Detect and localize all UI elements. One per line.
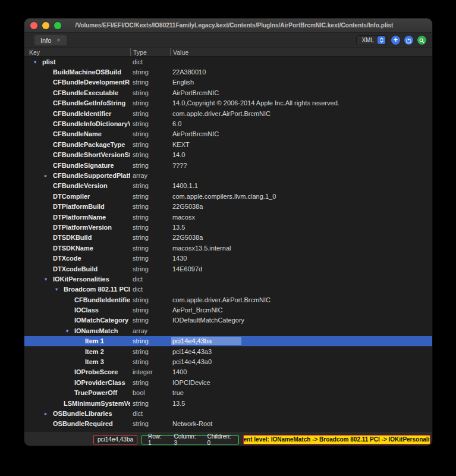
table-row[interactable]: CFBundleIdentifierstringcom.apple.driver… <box>24 295 432 305</box>
row-key: CFBundlePackageType <box>53 141 125 148</box>
row-value-text: 1430 <box>171 255 188 262</box>
plist-editor-window: /Volumes/EFI/EFI/OC/Kexts/IO80211FamilyL… <box>24 18 433 446</box>
table-row[interactable]: IOProviderClassstringIOPCIDevice <box>24 377 432 387</box>
row-value-text: AirPort_BrcmNIC <box>171 306 224 314</box>
row-key: CFBundleShortVersionString <box>53 151 130 158</box>
table-row[interactable]: DTSDKBuildstring22G5038a <box>24 233 432 243</box>
row-key: DTCompiler <box>53 193 90 200</box>
row-key: DTPlatformName <box>53 214 106 221</box>
row-value-text: macosx13.5.internal <box>171 245 232 252</box>
table-row[interactable]: CFBundleNamestringAirPortBrcmNIC <box>24 129 432 139</box>
close-window-button[interactable] <box>30 22 37 29</box>
disclosure-open-icon[interactable]: ▾ <box>45 276 53 282</box>
table-row[interactable]: CFBundleGetInfoStringstring14.0,Copyrigh… <box>24 98 432 108</box>
table-row[interactable]: ▾IONameMatcharray <box>24 325 432 336</box>
row-value-text: true <box>171 389 185 396</box>
table-row[interactable]: ▾Broadcom 802.11 PCIdict <box>24 284 432 295</box>
row-type: string <box>130 234 170 241</box>
disclosure-open-icon[interactable]: ▾ <box>66 328 74 334</box>
row-type: string <box>130 120 170 127</box>
table-row[interactable]: CFBundleExecutablestringAirPortBrcmNIC <box>24 87 432 98</box>
table-row[interactable]: BuildMachineOSBuildstring22A380010 <box>24 67 432 77</box>
table-row[interactable]: DTPlatformNamestringmacosx <box>24 212 432 222</box>
column-header-value[interactable]: Value <box>170 48 432 56</box>
table-row[interactable]: IOProbeScoreinteger1400 <box>24 367 432 377</box>
table-row[interactable]: ▸OSBundleLibrariesdict <box>24 408 432 418</box>
row-value: AirPortBrcmNIC <box>170 89 432 96</box>
row-key: CFBundleSupportedPlatforms <box>53 172 130 179</box>
row-value-text: 14.0,Copyright © 2006-2014 Apple Inc.All… <box>171 99 341 107</box>
toolbar: XML + <box>356 35 426 45</box>
table-row[interactable]: CFBundleShortVersionStringstring14.0 <box>24 150 432 160</box>
table-row[interactable]: CFBundleInfoDictionaryVersionstring6.0 <box>24 118 432 129</box>
tab-close-icon[interactable]: × <box>56 37 60 43</box>
row-value: com.apple.compilers.llvm.clang.1_0 <box>170 193 432 200</box>
row-value: macosx13.5.internal <box>170 245 432 252</box>
table-row[interactable]: TruePowerOffbooltrue <box>24 388 432 398</box>
row-type: array <box>130 172 170 179</box>
table-row[interactable]: DTCompilerstringcom.apple.compilers.llvm… <box>24 191 432 201</box>
disclosure-open-icon[interactable]: ▾ <box>55 286 64 292</box>
table-row[interactable]: ▾IOKitPersonalitiesdict <box>24 274 432 284</box>
table-row[interactable]: Item 2stringpci14e4,43a3 <box>24 346 432 356</box>
row-value: 22G5038a <box>170 203 432 210</box>
row-value: macosx <box>170 214 432 221</box>
row-value: 1430 <box>170 255 432 262</box>
row-key: IOMatchCategory <box>74 317 128 324</box>
row-value-text: 14E6097d <box>171 265 203 273</box>
table-row[interactable]: ▾plistdict <box>24 57 432 67</box>
row-value: AirPort_BrcmNIC <box>170 306 432 314</box>
row-type: string <box>130 162 170 169</box>
disclosure-closed-icon[interactable]: ▸ <box>45 411 53 416</box>
row-type: string <box>130 400 170 407</box>
row-key: IONameMatch <box>74 327 118 334</box>
table-row[interactable]: CFBundleDevelopmentRegionstringEnglish <box>24 77 432 87</box>
row-key: LSMinimumSystemVersion <box>64 400 130 407</box>
row-key: IOKitPersonalities <box>53 275 109 283</box>
row-key: DTPlatformBuild <box>53 203 105 210</box>
row-key: CFBundleGetInfoString <box>53 99 125 107</box>
table-row[interactable]: DTPlatformBuildstring22G5038a <box>24 201 432 211</box>
row-value: IODefaultMatchCategory <box>170 317 432 324</box>
search-button[interactable] <box>417 36 426 45</box>
disclosure-open-icon[interactable]: ▾ <box>34 59 42 65</box>
row-key: CFBundleDevelopmentRegion <box>53 79 130 86</box>
row-value: Network-Root <box>170 420 432 427</box>
add-row-button[interactable]: + <box>391 36 400 45</box>
table-row[interactable]: CFBundleVersionstring1400.1.1 <box>24 181 432 191</box>
format-popup[interactable]: XML <box>356 35 387 45</box>
row-value: 13.5 <box>170 224 432 231</box>
table-row[interactable]: ▸CFBundleSupportedPlatformsarray <box>24 170 432 180</box>
table-row[interactable]: IOMatchCategorystringIODefaultMatchCateg… <box>24 315 432 325</box>
table-row[interactable]: DTXcodeBuildstring14E6097d <box>24 264 432 274</box>
table-row[interactable]: DTSDKNamestringmacosx13.5.internal <box>24 243 432 253</box>
row-type: string <box>130 151 170 158</box>
column-header-type[interactable]: Type <box>130 48 170 56</box>
title-bar[interactable]: /Volumes/EFI/EFI/OC/Kexts/IO80211FamilyL… <box>24 18 432 33</box>
table-row[interactable]: Item 1stringpci14e4,43ba <box>24 336 432 346</box>
table-row[interactable]: Item 3stringpci14e4,43a0 <box>24 356 432 367</box>
format-popup-value: XML <box>361 37 374 43</box>
table-row[interactable]: CFBundleIdentifierstringcom.apple.driver… <box>24 108 432 118</box>
disclosure-closed-icon[interactable]: ▸ <box>45 173 53 178</box>
plus-icon: + <box>394 36 398 43</box>
table-row[interactable]: DTPlatformVersionstring13.5 <box>24 222 432 232</box>
row-type: string <box>130 130 170 137</box>
table-row[interactable]: DTXcodestring1430 <box>24 253 432 263</box>
table-row[interactable]: LSMinimumSystemVersionstring13.5 <box>24 398 432 408</box>
row-value-text: pci14e4,43a3 <box>171 348 213 355</box>
row-key: CFBundleIdentifier <box>53 110 111 117</box>
save-button[interactable] <box>404 36 413 45</box>
table-row[interactable]: CFBundleSignaturestring???? <box>24 160 432 170</box>
row-value-text: 22G5038a <box>171 203 204 210</box>
row-key: OSBundleRequired <box>53 420 113 427</box>
row-value-text: 1400.1.1 <box>171 182 199 189</box>
table-row[interactable]: CFBundlePackageTypestringKEXT <box>24 139 432 149</box>
table-row[interactable]: OSBundleRequiredstringNetwork-Root <box>24 419 432 429</box>
column-header-key[interactable]: Key <box>24 48 130 56</box>
tab-info[interactable]: Info × <box>34 35 67 46</box>
row-value: 1400.1.1 <box>170 182 432 189</box>
table-row[interactable]: IOClassstringAirPort_BrcmNIC <box>24 305 432 315</box>
row-value-text: Network-Root <box>171 420 213 427</box>
row-value-text: 13.5 <box>171 224 186 231</box>
